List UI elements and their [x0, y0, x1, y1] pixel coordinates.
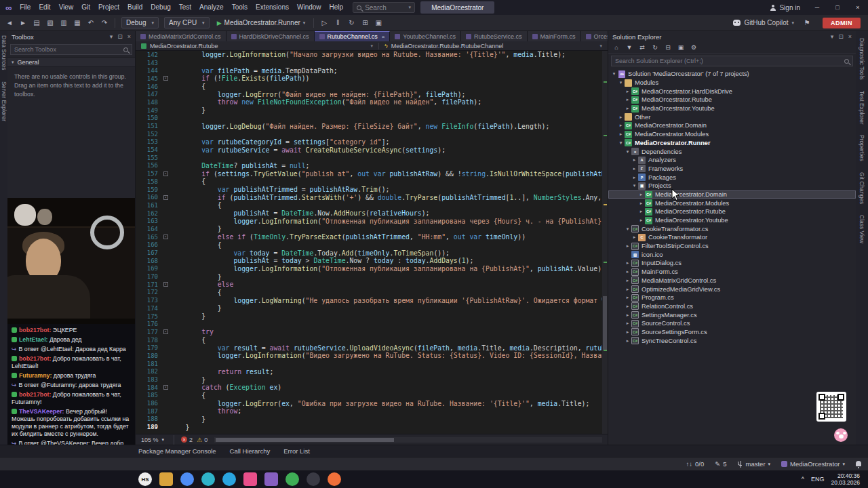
side-tab-class-view[interactable]: Class View: [859, 215, 865, 243]
taskbar-icon-rutube[interactable]: [243, 472, 257, 486]
tree-item-icon-ico[interactable]: ▨icon.ico: [608, 250, 856, 259]
hot-reload-icon[interactable]: ↻: [345, 17, 357, 29]
nav-forward-icon[interactable]: ►: [17, 17, 29, 29]
solution-search-input[interactable]: Search Solution Explorer (Ctrl+;): [611, 56, 853, 66]
panel-tab-error-list[interactable]: Error List: [283, 447, 310, 455]
redo-icon[interactable]: ↷: [98, 17, 111, 29]
editor-tab-youtubechannel-cs[interactable]: YoutubeChannel.cs: [390, 31, 461, 41]
github-copilot-button[interactable]: GitHub Copilot ▾: [733, 19, 794, 26]
save-all-icon[interactable]: ▦: [71, 17, 83, 29]
maximize-button[interactable]: □: [827, 0, 848, 15]
code-editor[interactable]: 142logger.LogInformation("Начало загрузк…: [136, 51, 608, 434]
tree-item-mediaorcestrator-youtube[interactable]: ▸C#MediaOrcestrator.Youtube: [608, 104, 856, 113]
taskbar-icon-obs-studio[interactable]: [307, 472, 320, 486]
editor-tab-mainform-cs[interactable]: MainForm.cs: [528, 31, 581, 41]
taskbar-icon-firefox[interactable]: [328, 472, 341, 486]
side-tab-server-explorer[interactable]: Server Explorer: [1, 81, 7, 121]
sign-in-button[interactable]: Sign in: [770, 4, 800, 12]
tree-item-optimizedmediagridview-cs[interactable]: ▸C#OptimizedMediaGridView.cs: [608, 285, 856, 293]
repository-selector[interactable]: MediaOrcestrator ▾: [781, 460, 845, 468]
send-feedback-icon[interactable]: ⚑: [801, 17, 813, 29]
pending-changes-button[interactable]: ✎ 5: [715, 460, 726, 468]
editor-tab-rutubeservice-cs[interactable]: RutubeService.cs: [461, 31, 528, 41]
menu-extensions[interactable]: Extensions: [252, 0, 293, 15]
toolbox-group-general[interactable]: ▾ General: [7, 57, 135, 67]
tree-item-filtertoolstripcontrol-cs[interactable]: ▸C#FilterToolStripControl.cs: [608, 242, 856, 251]
taskbar-icon-hs-app[interactable]: HS: [138, 472, 152, 486]
solution-explorer-header[interactable]: Solution Explorer ▾ ⊡ ×: [608, 31, 856, 42]
filter-icon[interactable]: ▼: [624, 43, 635, 52]
close-icon[interactable]: ×: [848, 33, 852, 40]
platform-combo[interactable]: Any CPU ▾: [164, 17, 210, 28]
new-file-icon[interactable]: ▤: [31, 17, 43, 29]
menu-help[interactable]: Help: [326, 0, 348, 15]
pin-icon[interactable]: ⊡: [117, 33, 123, 40]
collapse-region-icon[interactable]: -: [163, 235, 168, 239]
side-tab-properties[interactable]: Properties: [859, 135, 865, 161]
taskbar-icon-telegram[interactable]: [222, 472, 236, 486]
menu-debug[interactable]: Debug: [146, 0, 174, 15]
tree-item-program-cs[interactable]: ▸C#Program.cs: [608, 293, 856, 302]
tree-item-mediaorcestrator-runner[interactable]: ▾C#MediaOrcestrator.Runner: [608, 139, 856, 148]
panel-tab-package-manager-console[interactable]: Package Manager Console: [138, 447, 216, 455]
menu-test[interactable]: Test: [175, 0, 195, 15]
properties-icon[interactable]: ⚙: [688, 43, 699, 52]
menu-project[interactable]: Project: [94, 0, 123, 15]
find-icon[interactable]: ▣: [372, 17, 384, 29]
tree-item-mainform-cs[interactable]: ▸C#MainForm.cs: [608, 268, 856, 277]
collapse-region-icon[interactable]: -: [163, 329, 168, 334]
menu-file[interactable]: File: [16, 0, 35, 15]
taskbar-icon-browser-chrome[interactable]: [180, 472, 194, 486]
nav-back-icon[interactable]: ◄: [3, 17, 16, 29]
close-tab-icon[interactable]: ×: [382, 34, 385, 40]
refresh-icon[interactable]: ↻: [650, 43, 660, 52]
breadcrumb-project-dropdown[interactable]: MediaOrcestrator.Rutube ▾: [136, 43, 378, 49]
editor-tab-harddiskdrivechannel-cs[interactable]: HardDiskDriveChannel.cs: [226, 31, 315, 41]
chevron-down-icon[interactable]: ▾: [110, 33, 113, 40]
tree-item-cookietransformator-cs[interactable]: ▾C#CookieTransformator.cs: [608, 224, 856, 233]
menu-git[interactable]: Git: [77, 0, 94, 15]
panel-tab-call-hierarchy[interactable]: Call Hierarchy: [230, 447, 271, 455]
tree-item-packages[interactable]: ▸PPackages: [608, 173, 856, 182]
tree-item-solution--mediaorcestrator---7-of-7-projects-[interactable]: ▾∞Solution 'MediaOrcestrator' (7 of 7 pr…: [608, 70, 856, 79]
editor-vertical-scrollbar[interactable]: [602, 51, 608, 434]
menu-analyze[interactable]: Analyze: [195, 0, 228, 15]
collapse-all-icon[interactable]: ⊟: [663, 43, 673, 52]
collapse-region-icon[interactable]: -: [163, 76, 168, 81]
warning-indicator[interactable]: ⚠ 0: [197, 436, 208, 443]
taskbar-clock[interactable]: 20:40:36 20.03.2026: [831, 472, 860, 486]
tree-item-mediamatrixgridcontrol-cs[interactable]: ▸C#MediaMatrixGridControl.cs: [608, 277, 856, 285]
admin-button[interactable]: ADMIN: [823, 18, 861, 28]
collapse-region-icon[interactable]: -: [163, 385, 168, 390]
sync-with-active-document-icon[interactable]: ⇄: [637, 43, 648, 52]
start-debugging-button[interactable]: ▶ MediaOrcestrator.Runner ▾: [213, 19, 310, 26]
home-icon[interactable]: ⌂: [611, 43, 622, 52]
undo-icon[interactable]: ↶: [85, 17, 97, 29]
tree-item-dependencies[interactable]: ▾≡Dependencies: [608, 147, 856, 156]
taskbar-icon-edge-browser[interactable]: [201, 472, 215, 486]
breadcrumb-type-dropdown[interactable]: ϟ MediaOrcestrator.Rutube.RutubeChannel …: [378, 43, 608, 49]
tree-item-mediaorcestrator-domain[interactable]: ▸C#MediaOrcestrator.Domain: [608, 121, 856, 130]
configuration-combo[interactable]: Debug ▾: [121, 17, 159, 28]
search-box[interactable]: Search ▾: [353, 2, 415, 13]
notifications-bell-icon[interactable]: [856, 461, 861, 466]
sync-commits-button[interactable]: ↑↓ 0/0: [686, 460, 705, 468]
chevron-down-icon[interactable]: ▾: [831, 33, 834, 40]
editor-horizontal-scrollbar[interactable]: [214, 437, 602, 443]
collapse-region-icon[interactable]: -: [163, 171, 168, 176]
tree-item-other[interactable]: ▸Other: [608, 113, 856, 121]
toolbox-search-input[interactable]: Search Toolbox: [10, 44, 132, 55]
close-button[interactable]: ×: [848, 0, 868, 15]
tree-item-inputdialog-cs[interactable]: ▸C#InputDialog.cs: [608, 259, 856, 268]
tree-item-mediaorcestrator-rutube[interactable]: ▸C#MediaOrcestrator.Rutube: [608, 96, 856, 104]
tray-expand-icon[interactable]: ^: [802, 476, 804, 483]
minimize-button[interactable]: ─: [807, 0, 827, 15]
open-file-icon[interactable]: ▧: [44, 17, 56, 29]
tree-item-sourcesettingsform-cs[interactable]: ▸C#SourceSettingsForm.cs: [608, 328, 856, 337]
tree-item-cookietransformator[interactable]: ▸CCookieTransformator: [608, 233, 856, 242]
tree-item-modules[interactable]: ▾Modules: [608, 79, 856, 87]
tree-item-analyzers[interactable]: ▸AAnalyzers: [608, 156, 856, 165]
tree-item-sourcecontrol-cs[interactable]: ▸C#SourceControl.cs: [608, 319, 856, 328]
tree-item-projects[interactable]: ▾▣Projects: [608, 182, 856, 190]
scrollbar-thumb[interactable]: [603, 296, 607, 350]
